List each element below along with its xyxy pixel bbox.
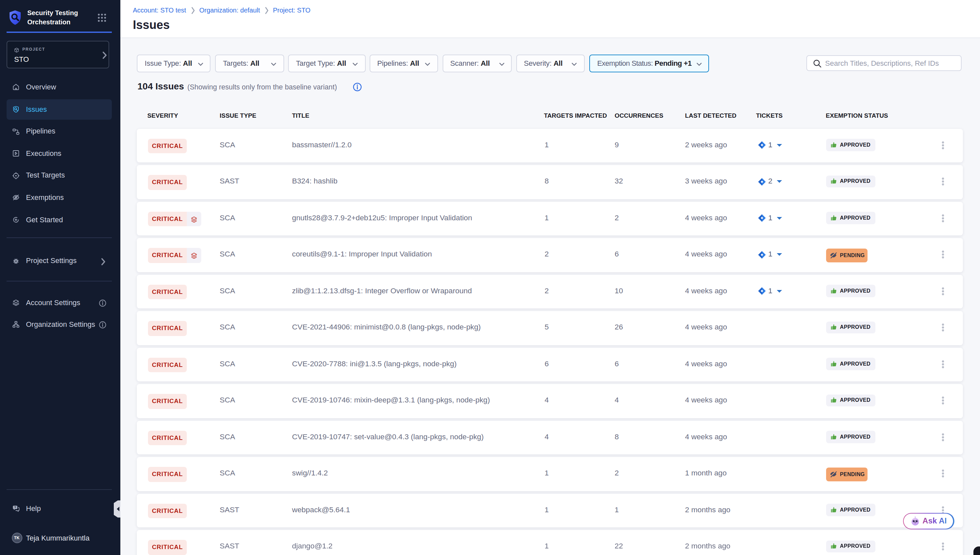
svg-text:?: ? [14,506,16,509]
